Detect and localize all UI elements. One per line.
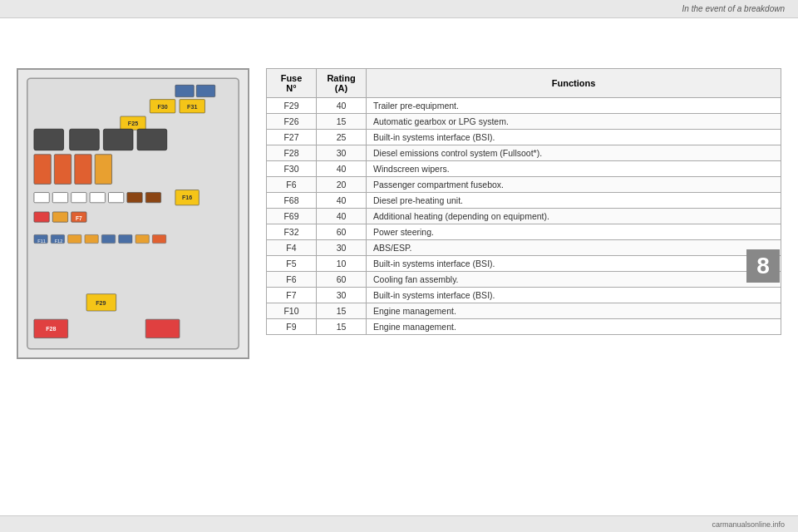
cell-rating: 60 bbox=[317, 272, 367, 288]
table-row: F730Built-in systems interface (BSI). bbox=[267, 288, 781, 303]
cell-rating: 20 bbox=[317, 177, 367, 193]
cell-function: Passenger compartment fusebox. bbox=[367, 177, 781, 193]
svg-rect-41 bbox=[119, 234, 132, 243]
cell-function: Windscreen wipers. bbox=[367, 161, 781, 177]
table-row: F915Engine management. bbox=[267, 319, 781, 335]
cell-rating: 30 bbox=[317, 240, 367, 256]
svg-text:F16: F16 bbox=[182, 195, 192, 201]
cell-fuse: F6 bbox=[267, 272, 317, 288]
svg-text:F12: F12 bbox=[55, 239, 63, 244]
cell-fuse: F7 bbox=[267, 288, 317, 303]
svg-text:F30: F30 bbox=[157, 104, 167, 111]
svg-rect-11 bbox=[54, 155, 71, 185]
svg-rect-23 bbox=[34, 212, 49, 222]
table-row: F1015Engine management. bbox=[267, 303, 781, 319]
svg-rect-14 bbox=[34, 193, 49, 203]
svg-rect-10 bbox=[34, 155, 51, 185]
svg-rect-39 bbox=[85, 234, 98, 243]
svg-rect-30 bbox=[137, 129, 167, 150]
col-header-fuse: FuseN° bbox=[267, 69, 317, 98]
cell-rating: 15 bbox=[317, 114, 367, 130]
cell-fuse: F28 bbox=[267, 145, 317, 161]
cell-function: Built-in systems interface (BSI). bbox=[367, 130, 781, 145]
svg-text:F31: F31 bbox=[187, 104, 197, 111]
cell-fuse: F6 bbox=[267, 177, 317, 193]
svg-rect-38 bbox=[68, 234, 81, 243]
cell-function: Built-in systems interface (BSI). bbox=[367, 256, 781, 272]
cell-function: Diesel pre-heating unit. bbox=[367, 193, 781, 209]
cell-fuse: F27 bbox=[267, 130, 317, 145]
cell-fuse: F4 bbox=[267, 240, 317, 256]
table-row: F660Cooling fan assembly. bbox=[267, 272, 781, 288]
cell-function: Power steering. bbox=[367, 224, 781, 240]
cell-function: Cooling fan assembly. bbox=[367, 272, 781, 288]
svg-rect-12 bbox=[75, 155, 91, 185]
table-area: FuseN° Rating(A) Functions F2940Trailer … bbox=[266, 68, 781, 499]
svg-rect-43 bbox=[152, 234, 165, 243]
svg-rect-40 bbox=[101, 234, 115, 243]
svg-rect-20 bbox=[145, 193, 160, 203]
cell-rating: 60 bbox=[317, 224, 367, 240]
cell-function: Built-in systems interface (BSI). bbox=[367, 288, 781, 303]
svg-rect-24 bbox=[52, 212, 67, 222]
cell-function: Additional heating (depending on equipme… bbox=[367, 209, 781, 224]
cell-rating: 30 bbox=[317, 288, 367, 303]
cell-rating: 15 bbox=[317, 319, 367, 335]
cell-rating: 40 bbox=[317, 209, 367, 224]
cell-function: Automatic gearbox or LPG system. bbox=[367, 114, 781, 130]
svg-rect-3 bbox=[196, 85, 214, 96]
svg-rect-19 bbox=[127, 193, 142, 203]
cell-rating: 15 bbox=[317, 303, 367, 319]
cell-fuse: F32 bbox=[267, 224, 317, 240]
cell-function: Diesel emissions control system (Fullsoo… bbox=[367, 145, 781, 161]
svg-text:F11: F11 bbox=[37, 239, 46, 244]
svg-rect-2 bbox=[175, 85, 194, 96]
table-row: F2830Diesel emissions control system (Fu… bbox=[267, 145, 781, 161]
cell-fuse: F69 bbox=[267, 209, 317, 224]
fuse-table: FuseN° Rating(A) Functions F2940Trailer … bbox=[266, 68, 781, 335]
cell-fuse: F30 bbox=[267, 161, 317, 177]
col-header-functions: Functions bbox=[367, 69, 781, 98]
svg-text:F28: F28 bbox=[46, 326, 56, 332]
table-row: F3260Power steering. bbox=[267, 224, 781, 240]
cell-fuse: F26 bbox=[267, 114, 317, 130]
footer-text: carmanualsonline.info bbox=[712, 520, 785, 529]
header-bar: In the event of a breakdown bbox=[0, 0, 798, 18]
cell-rating: 10 bbox=[317, 256, 367, 272]
table-row: F6840Diesel pre-heating unit. bbox=[267, 193, 781, 209]
svg-rect-42 bbox=[135, 234, 149, 243]
cell-rating: 40 bbox=[317, 98, 367, 114]
footer-bar: carmanualsonline.info bbox=[0, 515, 798, 532]
svg-text:F25: F25 bbox=[128, 121, 138, 127]
main-content: F30 F31 F25 F16 bbox=[0, 18, 798, 515]
cell-function: Engine management. bbox=[367, 319, 781, 335]
cell-fuse: F5 bbox=[267, 256, 317, 272]
cell-function: Engine management. bbox=[367, 303, 781, 319]
cell-rating: 40 bbox=[317, 193, 367, 209]
cell-rating: 40 bbox=[317, 161, 367, 177]
cell-rating: 30 bbox=[317, 145, 367, 161]
svg-rect-28 bbox=[70, 129, 100, 150]
table-row: F510Built-in systems interface (BSI). bbox=[267, 256, 781, 272]
svg-rect-13 bbox=[95, 155, 111, 185]
table-row: F2615Automatic gearbox or LPG system. bbox=[267, 114, 781, 130]
cell-function: Trailer pre-equipment. bbox=[367, 98, 781, 114]
table-row: F2940Trailer pre-equipment. bbox=[267, 98, 781, 114]
cell-fuse: F29 bbox=[267, 98, 317, 114]
table-row: F430ABS/ESP. bbox=[267, 240, 781, 256]
table-row: F2725Built-in systems interface (BSI). bbox=[267, 130, 781, 145]
cell-rating: 25 bbox=[317, 130, 367, 145]
svg-rect-17 bbox=[90, 193, 105, 203]
svg-rect-18 bbox=[108, 193, 123, 203]
header-title: In the event of a breakdown bbox=[682, 4, 785, 13]
svg-text:F7: F7 bbox=[76, 215, 82, 221]
table-row: F3040Windscreen wipers. bbox=[267, 161, 781, 177]
svg-text:F29: F29 bbox=[96, 300, 106, 307]
cell-fuse: F10 bbox=[267, 303, 317, 319]
fuse-box-diagram: F30 F31 F25 F16 bbox=[17, 68, 249, 359]
svg-rect-29 bbox=[103, 129, 133, 150]
svg-rect-35 bbox=[145, 319, 180, 337]
cell-fuse: F9 bbox=[267, 319, 317, 335]
cell-function: ABS/ESP. bbox=[367, 240, 781, 256]
cell-fuse: F68 bbox=[267, 193, 317, 209]
